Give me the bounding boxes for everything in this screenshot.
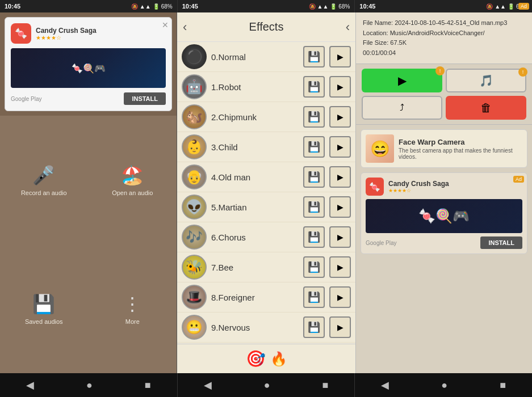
effect-play-bee[interactable]: ▶	[329, 256, 351, 278]
effect-row-martian[interactable]: 👽 5.Martian 💾 ▶	[177, 192, 355, 222]
effect-name-oldman: 4.Old man	[211, 172, 299, 182]
effect-name-chorus: 6.Chorus	[211, 233, 299, 242]
effects-panel: ‹ Effects ‹ ⚫ 0.Normal 💾 ▶ 🤖 1.Robot 💾 ▶…	[177, 12, 356, 373]
effect-row-bee[interactable]: 🐝 7.Bee 💾 ▶	[177, 252, 355, 282]
effect-play-chorus[interactable]: ▶	[329, 226, 351, 248]
effect-play-chipmunk[interactable]: ▶	[329, 106, 351, 128]
effect-save-oldman[interactable]: 💾	[303, 166, 325, 188]
effect-play-child[interactable]: ▶	[329, 136, 351, 158]
bottom-ad-icon2: 🔥	[270, 351, 287, 367]
notification-icon-mid: 🔕	[309, 3, 316, 10]
recents-nav-button-mid[interactable]: ■	[316, 377, 334, 394]
ad2-footer: Google Play INSTALL	[366, 236, 522, 249]
back-nav-button-left[interactable]: ◀	[20, 376, 40, 394]
effect-save-martian[interactable]: 💾	[303, 196, 325, 218]
ad-app-stars: ★★★★☆	[36, 35, 97, 41]
effect-save-nervous[interactable]: 💾	[303, 316, 325, 338]
effect-row-oldman[interactable]: 👴 4.Old man 💾 ▶	[177, 162, 355, 192]
ad2-app-stars: ★★★★☆	[388, 188, 449, 193]
effect-row-foreigner[interactable]: 🎩 8.Foreigner 💾 ▶	[177, 282, 355, 312]
effect-avatar-oldman: 👴	[182, 164, 207, 189]
effect-play-foreigner[interactable]: ▶	[329, 286, 351, 308]
play-badge: !	[435, 66, 445, 75]
ad-close-button[interactable]: ✕	[162, 20, 169, 29]
menu-label-open: Open an audio	[112, 189, 153, 196]
open-audio-icon: 🏖️	[121, 164, 144, 186]
play-button[interactable]: ▶ !	[362, 69, 442, 92]
effect-row-chorus[interactable]: 🎶 6.Chorus 💾 ▶	[177, 222, 355, 252]
effect-play-oldman[interactable]: ▶	[329, 166, 351, 188]
effect-play-normal[interactable]: ▶	[329, 46, 351, 67]
status-icons-left: 🔕 ▲▲ 🔋 68%	[131, 3, 173, 10]
status-bar: 10:45 🔕 ▲▲ 🔋 68% 10:45 🔕 ▲▲ 🔋 68% 10:45 …	[0, 0, 532, 12]
effect-avatar-child: 👶	[182, 134, 207, 159]
ad2-app-icon: 🍬	[366, 178, 384, 196]
effect-row-normal[interactable]: ⚫ 0.Normal 💾 ▶	[177, 42, 355, 72]
back-nav-button-right[interactable]: ◀	[375, 376, 395, 394]
effects-header: ‹ Effects ‹	[177, 12, 355, 42]
action-buttons: ▶ ! 🎵 ! ⤴ 🗑	[356, 64, 532, 125]
ad-image-content: 🍬🍭🎮	[72, 63, 106, 74]
effects-close-button[interactable]: ‹	[346, 20, 350, 35]
back-nav-button-mid[interactable]: ◀	[198, 376, 217, 394]
share-button[interactable]: ⤴	[362, 96, 442, 120]
effect-avatar-robot: 🤖	[182, 74, 207, 99]
menu-item-saved[interactable]: 💾 Saved audios	[0, 245, 89, 374]
effect-name-martian: 5.Martian	[211, 202, 299, 212]
effect-avatar-foreigner: 🎩	[182, 285, 207, 310]
effect-save-robot[interactable]: 💾	[303, 76, 325, 98]
ad2-app-name: Candy Crush Saga	[388, 180, 449, 188]
effect-avatar-bee: 🐝	[182, 255, 207, 280]
home-nav-button-right[interactable]: ●	[435, 377, 453, 394]
status-panel-left: 10:45 🔕 ▲▲ 🔋 68%	[0, 0, 178, 12]
bottom-nav-left: ◀ ● ■	[0, 373, 178, 397]
ad-card-candy2: Ad 🍬 Candy Crush Saga ★★★★☆ 🍬🍭🎮 Google P…	[361, 172, 527, 254]
effect-row-robot[interactable]: 🤖 1.Robot 💾 ▶	[177, 72, 355, 102]
ad-card-face-warp: 😄 Face Warp Camera The best camera app t…	[361, 129, 527, 168]
recents-nav-button-right[interactable]: ■	[494, 377, 512, 394]
back-button[interactable]: ‹	[183, 20, 187, 35]
effect-play-martian[interactable]: ▶	[329, 196, 351, 218]
effect-name-foreigner: 8.Foreigner	[211, 293, 299, 302]
effect-save-chorus[interactable]: 💾	[303, 226, 325, 248]
home-nav-button-left[interactable]: ●	[81, 377, 98, 394]
file-duration: 00:01/00:04	[363, 48, 525, 58]
effect-save-child[interactable]: 💾	[303, 136, 325, 158]
effect-avatar-normal: ⚫	[182, 44, 207, 69]
effect-save-bee[interactable]: 💾	[303, 256, 325, 278]
ad2-install-button[interactable]: INSTALL	[480, 236, 522, 249]
menu-grid: 🎤 Record an audio 🏖️ Open an audio 💾 Sav…	[0, 116, 177, 373]
delete-button[interactable]: 🗑	[446, 96, 526, 120]
music-badge: !	[518, 67, 527, 77]
effect-save-normal[interactable]: 💾	[303, 46, 325, 67]
microphone-icon: 🎤	[32, 164, 55, 186]
effect-name-normal: 0.Normal	[211, 52, 299, 62]
effect-row-child[interactable]: 👶 3.Child 💾 ▶	[177, 132, 355, 162]
ad-app-name: Candy Crush Saga	[36, 27, 97, 35]
menu-label-more: More	[125, 318, 140, 325]
effect-play-robot[interactable]: ▶	[329, 76, 351, 98]
delete-icon: 🗑	[480, 102, 492, 115]
menu-item-more[interactable]: ⋮ More	[89, 245, 177, 374]
install-button[interactable]: INSTALL	[124, 92, 166, 105]
effect-save-foreigner[interactable]: 💾	[303, 286, 325, 308]
effect-play-nervous[interactable]: ▶	[329, 316, 351, 338]
home-nav-button-mid[interactable]: ●	[258, 377, 276, 394]
effect-row-nervous[interactable]: 😬 9.Nervous 💾 ▶	[177, 312, 355, 343]
status-panel-mid: 10:45 🔕 ▲▲ 🔋 68%	[178, 0, 355, 12]
menu-item-record[interactable]: 🎤 Record an audio	[0, 116, 89, 245]
ad2-badge: Ad	[513, 176, 524, 183]
effect-row-chipmunk[interactable]: 🐿️ 2.Chipmunk 💾 ▶	[177, 102, 355, 132]
bottom-nav-right: ◀ ● ■	[355, 373, 532, 397]
signal-icon-mid: ▲▲	[317, 3, 329, 10]
recents-nav-button-left[interactable]: ■	[139, 377, 157, 394]
share-icon: ⤴	[400, 103, 404, 113]
menu-item-open[interactable]: 🏖️ Open an audio	[89, 116, 177, 245]
effect-name-child: 3.Child	[211, 142, 299, 152]
status-icons-mid: 🔕 ▲▲ 🔋 68%	[309, 3, 350, 10]
play-icon: ▶	[398, 74, 407, 87]
notification-icon-right: 🔕	[486, 3, 493, 10]
effect-save-chipmunk[interactable]: 💾	[303, 106, 325, 128]
music-button[interactable]: 🎵 !	[446, 69, 526, 92]
notification-icon: 🔕	[131, 3, 138, 10]
